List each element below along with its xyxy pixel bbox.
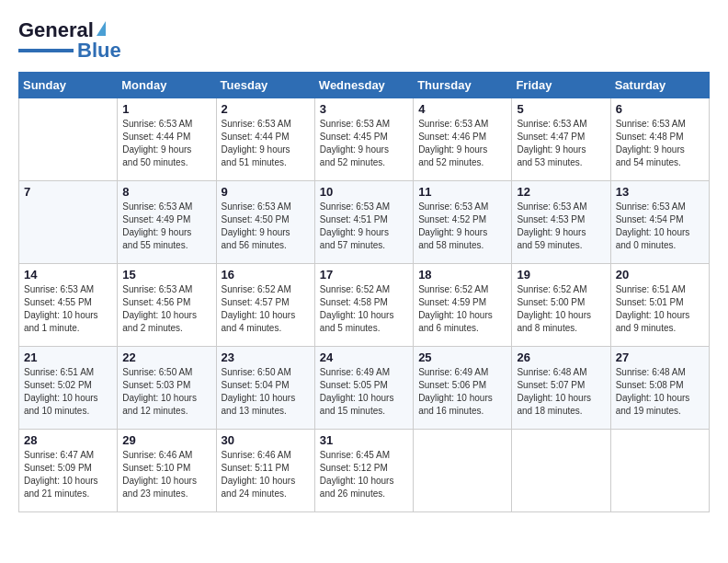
day-info: Sunrise: 6:53 AM Sunset: 4:48 PM Dayligh… bbox=[616, 118, 704, 169]
calendar-cell: 12Sunrise: 6:53 AM Sunset: 4:53 PM Dayli… bbox=[512, 181, 610, 264]
day-info: Sunrise: 6:53 AM Sunset: 4:56 PM Dayligh… bbox=[122, 283, 210, 335]
calendar-cell: 9Sunrise: 6:53 AM Sunset: 4:50 PM Daylig… bbox=[216, 181, 314, 264]
day-number: 23 bbox=[222, 350, 310, 364]
day-number: 11 bbox=[418, 185, 506, 199]
calendar-cell: 30Sunrise: 6:46 AM Sunset: 5:11 PM Dayli… bbox=[216, 430, 314, 512]
day-number: 30 bbox=[222, 433, 310, 447]
logo-triangle-icon bbox=[97, 21, 106, 36]
day-info: Sunrise: 6:53 AM Sunset: 4:54 PM Dayligh… bbox=[616, 201, 704, 252]
day-info: Sunrise: 6:53 AM Sunset: 4:44 PM Dayligh… bbox=[222, 118, 310, 169]
calendar-cell: 18Sunrise: 6:52 AM Sunset: 4:59 PM Dayli… bbox=[414, 264, 512, 347]
calendar-cell bbox=[512, 430, 610, 512]
calendar-cell: 17Sunrise: 6:52 AM Sunset: 4:58 PM Dayli… bbox=[314, 264, 413, 347]
calendar-cell: 24Sunrise: 6:49 AM Sunset: 5:05 PM Dayli… bbox=[314, 347, 413, 430]
calendar-cell: 20Sunrise: 6:51 AM Sunset: 5:01 PM Dayli… bbox=[610, 264, 709, 347]
day-info: Sunrise: 6:53 AM Sunset: 4:50 PM Dayligh… bbox=[222, 201, 310, 252]
logo-text-blue: Blue bbox=[77, 39, 121, 63]
calendar-cell: 11Sunrise: 6:53 AM Sunset: 4:52 PM Dayli… bbox=[414, 181, 512, 264]
day-number: 16 bbox=[222, 268, 310, 282]
calendar-row: 78Sunrise: 6:53 AM Sunset: 4:49 PM Dayli… bbox=[19, 181, 710, 264]
day-info: Sunrise: 6:47 AM Sunset: 5:09 PM Dayligh… bbox=[24, 449, 112, 500]
day-info: Sunrise: 6:53 AM Sunset: 4:44 PM Dayligh… bbox=[122, 118, 210, 169]
day-number: 22 bbox=[122, 350, 210, 364]
calendar-cell: 6Sunrise: 6:53 AM Sunset: 4:48 PM Daylig… bbox=[610, 98, 709, 181]
calendar-table: SundayMondayTuesdayWednesdayThursdayFrid… bbox=[18, 72, 710, 512]
day-number: 13 bbox=[616, 185, 704, 199]
day-number: 12 bbox=[517, 185, 605, 199]
day-number: 29 bbox=[122, 433, 210, 447]
day-info: Sunrise: 6:53 AM Sunset: 4:55 PM Dayligh… bbox=[24, 283, 112, 335]
day-number: 4 bbox=[418, 102, 506, 116]
day-number: 18 bbox=[418, 268, 506, 282]
day-info: Sunrise: 6:52 AM Sunset: 4:59 PM Dayligh… bbox=[418, 283, 506, 335]
day-number: 3 bbox=[320, 102, 408, 116]
calendar-row: 1Sunrise: 6:53 AM Sunset: 4:44 PM Daylig… bbox=[19, 98, 710, 181]
day-info: Sunrise: 6:53 AM Sunset: 4:46 PM Dayligh… bbox=[418, 118, 506, 169]
calendar-cell: 26Sunrise: 6:48 AM Sunset: 5:07 PM Dayli… bbox=[512, 347, 610, 430]
day-info: Sunrise: 6:46 AM Sunset: 5:11 PM Dayligh… bbox=[222, 449, 310, 500]
day-number: 26 bbox=[517, 350, 605, 364]
day-number: 20 bbox=[616, 268, 704, 282]
calendar-cell: 8Sunrise: 6:53 AM Sunset: 4:49 PM Daylig… bbox=[118, 181, 216, 264]
day-info: Sunrise: 6:46 AM Sunset: 5:10 PM Dayligh… bbox=[122, 449, 210, 500]
calendar-cell: 15Sunrise: 6:53 AM Sunset: 4:56 PM Dayli… bbox=[118, 264, 216, 347]
logo: General Blue bbox=[18, 18, 121, 63]
calendar-cell: 23Sunrise: 6:50 AM Sunset: 5:04 PM Dayli… bbox=[216, 347, 314, 430]
logo-blue-bar bbox=[18, 49, 74, 52]
day-of-week-header: Friday bbox=[512, 73, 610, 98]
day-number: 31 bbox=[320, 433, 408, 447]
calendar-cell: 1Sunrise: 6:53 AM Sunset: 4:44 PM Daylig… bbox=[118, 98, 216, 181]
day-info: Sunrise: 6:53 AM Sunset: 4:45 PM Dayligh… bbox=[320, 118, 408, 169]
day-info: Sunrise: 6:53 AM Sunset: 4:53 PM Dayligh… bbox=[517, 201, 605, 252]
day-number: 8 bbox=[122, 185, 210, 199]
day-info: Sunrise: 6:52 AM Sunset: 4:58 PM Dayligh… bbox=[320, 283, 408, 335]
day-number: 14 bbox=[24, 268, 112, 282]
day-number: 27 bbox=[616, 350, 704, 364]
calendar-cell: 25Sunrise: 6:49 AM Sunset: 5:06 PM Dayli… bbox=[414, 347, 512, 430]
calendar-body: 1Sunrise: 6:53 AM Sunset: 4:44 PM Daylig… bbox=[19, 98, 710, 512]
calendar-cell: 22Sunrise: 6:50 AM Sunset: 5:03 PM Dayli… bbox=[118, 347, 216, 430]
day-number: 25 bbox=[418, 350, 506, 364]
day-number: 24 bbox=[320, 350, 408, 364]
day-of-week-header: Saturday bbox=[610, 73, 709, 98]
calendar-row: 28Sunrise: 6:47 AM Sunset: 5:09 PM Dayli… bbox=[19, 430, 710, 512]
calendar-cell: 27Sunrise: 6:48 AM Sunset: 5:08 PM Dayli… bbox=[610, 347, 709, 430]
day-number: 6 bbox=[616, 102, 704, 116]
day-number: 19 bbox=[517, 268, 605, 282]
day-of-week-header: Wednesday bbox=[314, 73, 413, 98]
day-number: 10 bbox=[320, 185, 408, 199]
day-number: 5 bbox=[517, 102, 605, 116]
calendar-row: 21Sunrise: 6:51 AM Sunset: 5:02 PM Dayli… bbox=[19, 347, 710, 430]
day-info: Sunrise: 6:49 AM Sunset: 5:06 PM Dayligh… bbox=[418, 366, 506, 418]
calendar-cell: 4Sunrise: 6:53 AM Sunset: 4:46 PM Daylig… bbox=[414, 98, 512, 181]
day-of-week-header: Sunday bbox=[19, 73, 118, 98]
day-info: Sunrise: 6:51 AM Sunset: 5:02 PM Dayligh… bbox=[24, 366, 112, 418]
calendar-cell: 7 bbox=[19, 181, 118, 264]
day-info: Sunrise: 6:53 AM Sunset: 4:47 PM Dayligh… bbox=[517, 118, 605, 169]
calendar-header: SundayMondayTuesdayWednesdayThursdayFrid… bbox=[19, 73, 710, 98]
calendar-cell: 3Sunrise: 6:53 AM Sunset: 4:45 PM Daylig… bbox=[314, 98, 413, 181]
day-info: Sunrise: 6:52 AM Sunset: 4:57 PM Dayligh… bbox=[222, 283, 310, 335]
calendar-cell bbox=[19, 98, 118, 181]
day-info: Sunrise: 6:50 AM Sunset: 5:03 PM Dayligh… bbox=[122, 366, 210, 418]
calendar-cell: 16Sunrise: 6:52 AM Sunset: 4:57 PM Dayli… bbox=[216, 264, 314, 347]
day-number: 9 bbox=[222, 185, 310, 199]
day-of-week-header: Monday bbox=[118, 73, 216, 98]
calendar-row: 14Sunrise: 6:53 AM Sunset: 4:55 PM Dayli… bbox=[19, 264, 710, 347]
day-number: 28 bbox=[24, 433, 112, 447]
day-number: 2 bbox=[222, 102, 310, 116]
day-info: Sunrise: 6:45 AM Sunset: 5:12 PM Dayligh… bbox=[320, 449, 408, 500]
day-info: Sunrise: 6:53 AM Sunset: 4:49 PM Dayligh… bbox=[122, 201, 210, 252]
day-number: 15 bbox=[122, 268, 210, 282]
calendar-cell bbox=[414, 430, 512, 512]
day-info: Sunrise: 6:48 AM Sunset: 5:08 PM Dayligh… bbox=[616, 366, 704, 418]
day-number: 21 bbox=[24, 350, 112, 364]
calendar-cell: 2Sunrise: 6:53 AM Sunset: 4:44 PM Daylig… bbox=[216, 98, 314, 181]
calendar-cell: 14Sunrise: 6:53 AM Sunset: 4:55 PM Dayli… bbox=[19, 264, 118, 347]
calendar-cell: 21Sunrise: 6:51 AM Sunset: 5:02 PM Dayli… bbox=[19, 347, 118, 430]
day-info: Sunrise: 6:53 AM Sunset: 4:51 PM Dayligh… bbox=[320, 201, 408, 252]
day-number: 17 bbox=[320, 268, 408, 282]
day-info: Sunrise: 6:53 AM Sunset: 4:52 PM Dayligh… bbox=[418, 201, 506, 252]
day-number: 7 bbox=[24, 185, 112, 199]
calendar-cell bbox=[610, 430, 709, 512]
